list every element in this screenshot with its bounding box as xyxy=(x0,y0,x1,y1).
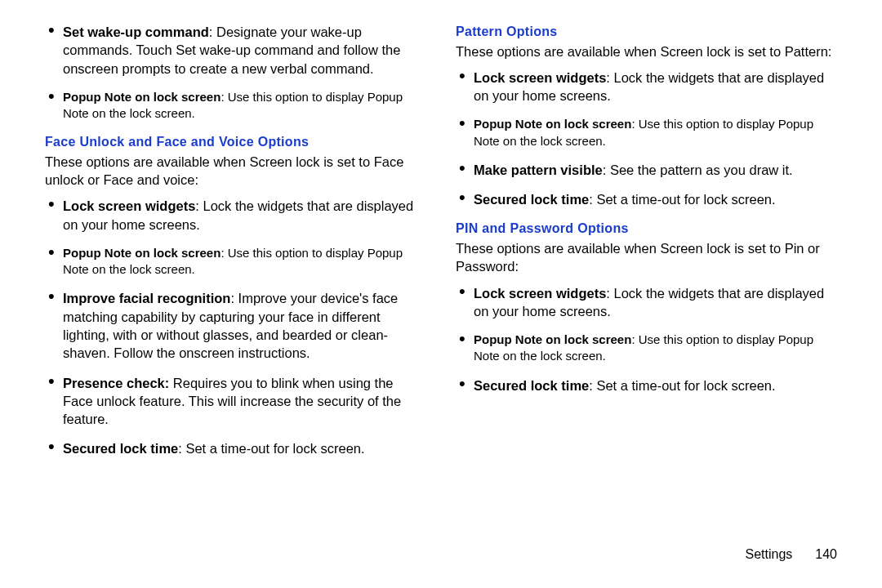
two-column-layout: Set wake-up command: Designate your wake… xyxy=(45,23,837,470)
pattern-bullets: Lock screen widgets: Lock the widgets th… xyxy=(456,69,837,209)
bullet-bold: Secured lock time xyxy=(474,192,589,207)
bullet-bold: Popup Note on lock screen xyxy=(63,90,220,104)
right-column: Pattern Options These options are availa… xyxy=(456,23,837,470)
bullet-text: : Set a time-out for lock screen. xyxy=(589,378,775,393)
list-item: Improve facial recognition: Improve your… xyxy=(45,289,426,362)
list-item: Lock screen widgets: Lock the widgets th… xyxy=(456,284,837,321)
list-item: Popup Note on lock screen: Use this opti… xyxy=(45,89,426,122)
bullet-bold: Lock screen widgets xyxy=(63,198,195,213)
section-heading-face-unlock: Face Unlock and Face and Voice Options xyxy=(45,133,426,151)
section-intro: These options are available when Screen … xyxy=(45,153,426,189)
list-item: Popup Note on lock screen: Use this opti… xyxy=(456,116,837,149)
list-item: Lock screen widgets: Lock the widgets th… xyxy=(456,69,837,105)
section-heading-pattern: Pattern Options xyxy=(456,23,837,41)
section-heading-pin-password: PIN and Password Options xyxy=(456,220,837,238)
bullet-bold: Lock screen widgets xyxy=(474,70,606,85)
list-item: Secured lock time: Set a time-out for lo… xyxy=(45,439,426,457)
bullet-bold: Popup Note on lock screen xyxy=(474,117,631,131)
section-intro: These options are available when Screen … xyxy=(456,239,837,276)
bullet-bold: Secured lock time xyxy=(474,378,589,393)
manual-page: Set wake-up command: Designate your wake… xyxy=(0,0,882,588)
footer-page-number: 140 xyxy=(815,547,837,561)
list-item: Secured lock time: Set a time-out for lo… xyxy=(456,190,837,208)
bullet-bold: Popup Note on lock screen xyxy=(474,332,631,346)
list-item: Set wake-up command: Designate your wake… xyxy=(45,23,426,78)
bullet-text: : Set a time-out for lock screen. xyxy=(178,441,364,456)
section-intro: These options are available when Screen … xyxy=(456,42,837,60)
top-bullet-list: Set wake-up command: Designate your wake… xyxy=(45,23,426,122)
pin-password-bullets: Lock screen widgets: Lock the widgets th… xyxy=(456,284,837,394)
list-item: Presence check: Requires you to blink wh… xyxy=(45,374,426,429)
bullet-bold: Lock screen widgets xyxy=(474,286,606,301)
page-footer: Settings140 xyxy=(745,547,837,562)
bullet-bold: Secured lock time xyxy=(63,441,178,456)
left-column: Set wake-up command: Designate your wake… xyxy=(45,23,426,470)
bullet-bold: Popup Note on lock screen xyxy=(63,246,220,260)
bullet-bold: Make pattern visible xyxy=(474,163,603,177)
list-item: Secured lock time: Set a time-out for lo… xyxy=(456,376,837,394)
bullet-bold: Improve facial recognition xyxy=(63,291,230,305)
face-unlock-bullets: Lock screen widgets: Lock the widgets th… xyxy=(45,197,426,457)
bullet-text: : Set a time-out for lock screen. xyxy=(589,192,775,207)
bullet-bold: Presence check: xyxy=(63,376,169,390)
list-item: Make pattern visible: See the pattern as… xyxy=(456,161,837,179)
footer-section: Settings xyxy=(745,547,792,561)
bullet-text: : See the pattern as you draw it. xyxy=(603,163,793,177)
bullet-bold: Set wake-up command xyxy=(63,24,209,39)
list-item: Popup Note on lock screen: Use this opti… xyxy=(456,332,837,365)
list-item: Popup Note on lock screen: Use this opti… xyxy=(45,245,426,278)
list-item: Lock screen widgets: Lock the widgets th… xyxy=(45,197,426,234)
